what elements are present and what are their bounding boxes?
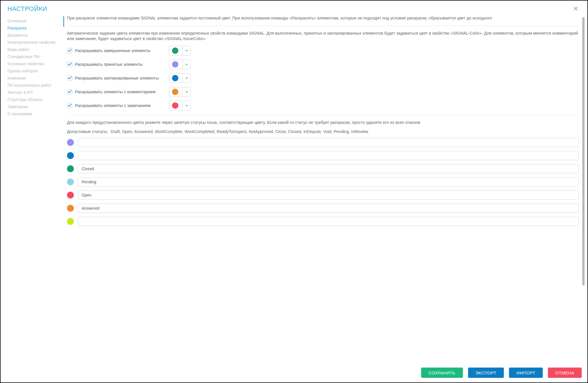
checkbox-label: Раскрашивать запланированные элементы <box>75 76 166 80</box>
color-dot <box>67 152 74 159</box>
sidebar-item-documents[interactable]: Документы <box>7 31 63 39</box>
color-option-row: Раскрашивать элементы с комментарием <box>67 87 579 97</box>
checkbox-label: Раскрашивать завершенные элементы <box>75 48 166 53</box>
sidebar-item-quantity[interactable]: Количественное свойство <box>7 39 63 46</box>
body: Основные Раскраска Документы Количествен… <box>1 15 587 363</box>
cancel-button[interactable]: ОТМЕНА <box>548 368 582 378</box>
status-input[interactable] <box>78 204 579 213</box>
checkbox-label: Раскрашивать принятые элементы <box>75 62 166 67</box>
sidebar-item-issues[interactable]: Замечания <box>7 103 63 110</box>
close-button[interactable]: ✕ <box>571 5 581 13</box>
color-select[interactable] <box>169 46 191 55</box>
check-icon <box>68 104 72 107</box>
color-select[interactable] <box>169 87 191 97</box>
sidebar-item-ifc-export[interactable]: Экспорт в IFC <box>7 89 63 96</box>
color-select[interactable] <box>169 73 191 83</box>
checkbox-label: Раскрашивать элементы с комментарием <box>75 90 166 94</box>
sidebar-item-work-types[interactable]: Виды работ <box>7 46 63 53</box>
save-button[interactable]: СОХРАНИТЬ <box>421 368 463 378</box>
chevron-down-icon <box>182 60 190 69</box>
allowed-statuses: Допустимые статусы: Draft, Open, Answere… <box>67 129 579 134</box>
color-option-row: Раскрашивать принятые элементы <box>67 59 579 69</box>
sidebar-item-companies[interactable]: Компании <box>7 74 63 82</box>
sidebar-item-set-groups[interactable]: Группы наборов <box>7 67 63 74</box>
status-color-row <box>67 138 579 147</box>
divider <box>68 115 578 115</box>
close-icon: ✕ <box>573 5 578 12</box>
intro-text: При раскраске элементов командами SIGNAL… <box>67 15 579 21</box>
checkbox[interactable] <box>67 103 72 108</box>
sidebar-item-about[interactable]: О программе <box>7 110 63 117</box>
check-icon <box>68 90 72 93</box>
status-input[interactable] <box>78 217 579 226</box>
sidebar-item-standard-pn[interactable]: Стандартные ПН <box>7 53 63 60</box>
color-swatch <box>172 102 178 109</box>
check-icon <box>68 63 72 66</box>
status-input[interactable] <box>78 151 579 160</box>
statuses-label: Допустимые статусы: <box>67 129 108 134</box>
status-intro: Для каждого предустановленного цвета ука… <box>67 120 579 126</box>
color-dot <box>67 139 74 146</box>
active-indicator <box>63 16 64 27</box>
divider <box>68 26 578 26</box>
color-dot <box>67 218 74 225</box>
color-dot <box>67 165 74 172</box>
check-icon <box>68 49 72 52</box>
color-swatch <box>172 61 178 68</box>
import-button[interactable]: ИМПОРТ <box>509 368 543 378</box>
export-button[interactable]: ЭКСПОРТ <box>468 368 504 378</box>
status-input[interactable] <box>78 190 579 200</box>
footer: СОХРАНИТЬ ЭКСПОРТ ИМПОРТ ОТМЕНА <box>1 363 587 382</box>
header: НАСТРОЙКИ ✕ <box>1 1 587 15</box>
status-color-row <box>67 151 579 160</box>
checkbox[interactable] <box>67 62 72 67</box>
main-wrap: При раскраске элементов командами SIGNAL… <box>63 15 585 363</box>
color-swatch <box>172 89 178 95</box>
color-dot <box>67 178 74 185</box>
sidebar-item-conditional[interactable]: Условные свойства <box>7 60 63 67</box>
sidebar: Основные Раскраска Документы Количествен… <box>7 15 63 363</box>
sidebar-item-coloring[interactable]: Раскраска <box>7 24 63 31</box>
main-content: При раскраске элементов командами SIGNAL… <box>67 15 585 363</box>
color-option-row: Раскрашивать завершенные элементы <box>67 46 579 55</box>
statuses-list: Draft, Open, Answered, WorkComplete, Wor… <box>111 129 368 134</box>
status-color-row <box>67 204 579 213</box>
settings-window: НАСТРОЙКИ ✕ Основные Раскраска Документы… <box>0 0 588 383</box>
scrollbar-track[interactable] <box>582 17 585 361</box>
checkbox[interactable] <box>67 76 72 81</box>
color-swatch <box>172 47 178 54</box>
color-dot <box>67 205 74 212</box>
chevron-down-icon <box>182 74 190 83</box>
chevron-down-icon <box>182 101 190 110</box>
sidebar-item-general[interactable]: Основные <box>7 17 63 24</box>
status-input[interactable] <box>78 177 579 186</box>
sidebar-item-completed-pn[interactable]: ПН выполненных работ <box>7 82 63 89</box>
status-color-row <box>67 190 579 200</box>
auto-color-text: Автоматическое задание цвета элементам п… <box>67 31 579 42</box>
checkbox[interactable] <box>67 89 72 94</box>
status-color-row <box>67 177 579 186</box>
sidebar-item-structure[interactable]: Структура объекта <box>7 96 63 103</box>
chevron-down-icon <box>182 87 190 96</box>
checkbox-label: Раскрашивать элементы с замечанием <box>75 103 166 108</box>
color-swatch <box>172 75 178 81</box>
color-option-row: Раскрашивать элементы с замечанием <box>67 101 579 110</box>
chevron-down-icon <box>182 46 190 55</box>
status-color-row <box>67 164 579 173</box>
color-select[interactable] <box>169 59 191 69</box>
check-icon <box>68 76 72 80</box>
status-input[interactable] <box>78 138 579 147</box>
color-select[interactable] <box>169 101 191 110</box>
status-color-row <box>67 217 579 226</box>
checkbox[interactable] <box>67 48 72 53</box>
color-option-row: Раскрашивать запланированные элементы <box>67 73 579 83</box>
color-dot <box>67 192 74 199</box>
scrollbar-thumb[interactable] <box>582 17 585 285</box>
status-input[interactable] <box>78 164 579 173</box>
page-title: НАСТРОЙКИ <box>7 5 47 13</box>
